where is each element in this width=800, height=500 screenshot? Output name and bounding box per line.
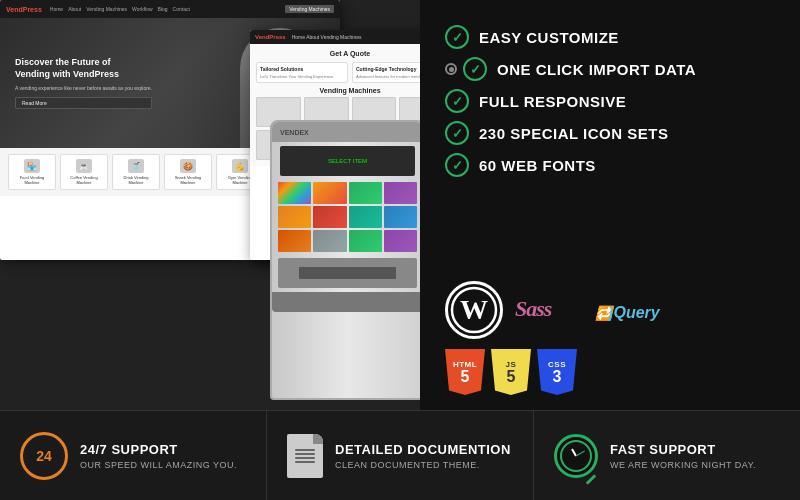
doc-icon-wrap (287, 434, 323, 478)
wordpress-logo: W (445, 281, 503, 339)
preview-nav: Home About Vending Machines Workflow Blo… (50, 6, 190, 12)
doc-text: DETAILED DOCUMENTION CLEAN DOCUMENTED TH… (335, 442, 511, 470)
coffee-vending-icon: ☕ (76, 159, 92, 173)
top-section: VendPress Home About Vending Machines Wo… (0, 0, 800, 410)
fast-support-desc: WE ARE WORKING NIGHT DAY. (610, 460, 756, 470)
doc-line (295, 453, 315, 455)
vm-item (313, 230, 346, 252)
tech-badges: HTML 5 JS 5 CSS 3 (445, 349, 577, 395)
svg-text:Sass: Sass (515, 296, 552, 321)
svg-text:W: W (460, 294, 488, 325)
vm-item (384, 182, 417, 204)
24-7-icon: 24 (20, 432, 68, 480)
jquery-logo-wrap: 🔁 jQuery (593, 296, 668, 324)
support-title: 24/7 SUPPORT (80, 442, 237, 457)
documentation-icon (287, 434, 323, 478)
quote-row-1: Tailored Solutions Let's Transform Your … (256, 62, 420, 83)
radio-indicator (445, 63, 457, 75)
vm-items-grid (272, 180, 420, 254)
icon-card-drink: 🥤 Drink VendingMachine (112, 154, 160, 190)
feature-easy-customize: ✓ EASY CUSTOMIZE (445, 25, 775, 49)
features-list: ✓ EASY CUSTOMIZE ✓ ONE CLICK IMPORT DATA… (445, 25, 775, 273)
bottom-bar: 24 24/7 SUPPORT OUR SPEED WILL AMAZING Y… (0, 410, 800, 500)
doc-line (295, 457, 315, 459)
vm-slot (299, 267, 396, 279)
preview-header: VendPress Home About Vending Machines Wo… (0, 0, 340, 18)
feature-icon-sets: ✓ 230 SPECIAL ICON SETS (445, 121, 775, 145)
feature-web-fonts: ✓ 60 WEB FONTS (445, 153, 775, 177)
preview-nav-btn: Vending Machines (285, 5, 334, 13)
vm-screen: SELECT ITEM (280, 146, 415, 176)
vm-base (272, 292, 420, 312)
vm-item (349, 230, 382, 252)
food-vending-icon: 🏪 (24, 159, 40, 173)
clock-icon (554, 434, 598, 478)
doc-desc: CLEAN DOCUMENTED THEME. (335, 460, 511, 470)
html5-number: 5 (461, 369, 470, 385)
gym-vending-icon: 💪 (232, 159, 248, 173)
feature-label-4: 230 SPECIAL ICON SETS (479, 125, 668, 142)
quote-box-1: Tailored Solutions Let's Transform Your … (256, 62, 348, 83)
icon-card-snack: 🍪 Snack VendingMachine (164, 154, 212, 190)
svg-text:jQuery: jQuery (607, 304, 661, 321)
feature-label-2: ONE CLICK IMPORT DATA (497, 61, 696, 78)
check-icon-5: ✓ (445, 153, 469, 177)
js-number: 5 (507, 369, 516, 385)
doc-title: DETAILED DOCUMENTION (335, 442, 511, 457)
icon-label: Drink VendingMachine (117, 175, 155, 185)
snack-vending-icon: 🍪 (180, 159, 196, 173)
clock-inner (560, 440, 592, 472)
css3-number: 3 (553, 369, 562, 385)
support-icon-wrap: 24 (20, 432, 68, 480)
icon-label: Coffee VendingMachine (65, 175, 103, 185)
radio-dot-inner (449, 67, 454, 72)
vm-item (349, 182, 382, 204)
fast-support-title: FAST SUPPORT (610, 442, 756, 457)
feature-full-responsive: ✓ FULL RESPONSIVE (445, 89, 775, 113)
hero-subtitle: A vending experience like never before a… (15, 85, 152, 91)
icon-label: Food VendingMachine (13, 175, 51, 185)
css3-badge: CSS 3 (537, 349, 577, 395)
doc-item: DETAILED DOCUMENTION CLEAN DOCUMENTED TH… (267, 411, 534, 500)
vm-item (313, 182, 346, 204)
check-icon-1: ✓ (445, 25, 469, 49)
vm-item (278, 182, 311, 204)
feature-label-1: EASY CUSTOMIZE (479, 29, 619, 46)
secondary-logo: VendPress (255, 34, 286, 40)
support-text: 24/7 SUPPORT OUR SPEED WILL AMAZING YOU. (80, 442, 237, 470)
features-area: ✓ EASY CUSTOMIZE ✓ ONE CLICK IMPORT DATA… (420, 0, 800, 410)
wordpress-icon: W (449, 285, 499, 335)
secondary-header: VendPress Home About Vending Machines (250, 30, 420, 44)
vending-section-title: Vending Machines (256, 87, 420, 94)
jquery-icon: 🔁 jQuery (593, 296, 668, 324)
feature-one-click: ✓ ONE CLICK IMPORT DATA (445, 57, 775, 81)
vm-item (278, 206, 311, 228)
feature-label-5: 60 WEB FONTS (479, 157, 596, 174)
html5-badge: HTML 5 (445, 349, 485, 395)
sass-logo-wrap: Sass (513, 292, 583, 328)
quote-title: Get A Quote (256, 50, 420, 57)
icon-label: Snack VendingMachine (169, 175, 207, 185)
hero-readmore-btn[interactable]: Read More (15, 97, 152, 109)
clock-hand-minute (576, 450, 585, 456)
vm-item (313, 206, 346, 228)
sass-icon: Sass (513, 292, 583, 322)
support-desc: OUR SPEED WILL AMAZING YOU. (80, 460, 237, 470)
vm-item (384, 230, 417, 252)
doc-line (295, 461, 315, 463)
preview-logo: VendPress (6, 6, 42, 13)
feature-label-3: FULL RESPONSIVE (479, 93, 626, 110)
fast-support-text: FAST SUPPORT WE ARE WORKING NIGHT DAY. (610, 442, 756, 470)
doc-line (295, 449, 315, 451)
vm-bottom (278, 258, 417, 288)
check-icon-3: ✓ (445, 89, 469, 113)
vm-top-bar: VENDEX (272, 122, 420, 142)
quote-box-2: Cutting-Edge Technology Advanced feature… (352, 62, 420, 83)
hero-text: Discover the Future ofVending with VendP… (15, 57, 152, 108)
fast-support-item: FAST SUPPORT WE ARE WORKING NIGHT DAY. (534, 411, 800, 500)
icon-card-food: 🏪 Food VendingMachine (8, 154, 56, 190)
hero-title: Discover the Future ofVending with VendP… (15, 57, 152, 80)
vending-machine-image: VENDEX SELECT ITEM (270, 120, 420, 400)
vm-item (384, 206, 417, 228)
tech-stack: W Sass 🔁 jQuery (445, 281, 775, 395)
